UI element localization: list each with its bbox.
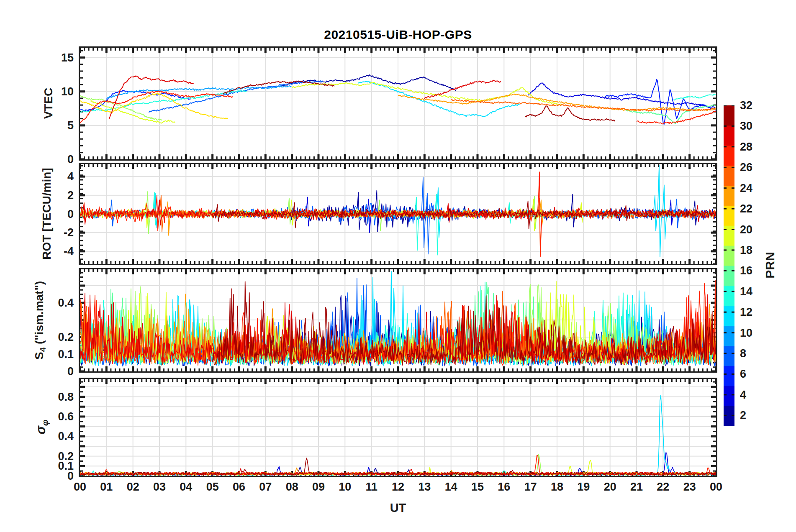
y-tick-label: 0.8: [33, 390, 74, 404]
y-tick-label: 10: [33, 85, 74, 98]
s4-panel: [79, 268, 717, 373]
y-tick-label: -4: [33, 245, 74, 258]
y-tick-label: 0: [33, 365, 74, 378]
colorbar-tick-label: 26: [740, 161, 752, 174]
rot-plot-canvas: [80, 164, 716, 264]
y-tick-label: 0.2: [33, 450, 74, 463]
y-tick-label: 5: [33, 119, 74, 132]
colorbar-tick-label: 8: [740, 347, 746, 360]
x-axis-label: UT: [79, 501, 717, 515]
colorbar-tick-label: 6: [740, 367, 746, 381]
colorbar-tick-label: 16: [740, 264, 752, 277]
y-tick-label: 0: [33, 153, 74, 166]
x-tick-label: 00: [697, 481, 735, 494]
y-tick-label: 4: [33, 170, 74, 183]
colorbar-tick-label: 28: [740, 140, 752, 153]
sigma-phi-panel: [79, 378, 717, 477]
colorbar-tick-label: 18: [740, 243, 752, 257]
colorbar-canvas: [724, 105, 734, 426]
sigma-phi-plot-canvas: [80, 379, 716, 476]
s4-plot-canvas: [80, 269, 716, 371]
y-tick-label: 0.4: [33, 430, 74, 443]
colorbar-tick-label: 22: [740, 202, 752, 215]
colorbar: [724, 105, 734, 426]
colorbar-tick-label: 4: [740, 388, 746, 402]
colorbar-tick-label: 32: [740, 99, 752, 112]
colorbar-tick-label: 24: [740, 182, 752, 195]
vtec-plot-canvas: [80, 48, 716, 159]
y-tick-label: 0: [33, 207, 74, 221]
y-tick-label: 0.1: [33, 348, 74, 361]
figure-root: 20210515-UiB-HOP-GPS VTEC ROT [TECU/min]…: [0, 0, 796, 532]
y-tick-label: 2: [33, 189, 74, 202]
y-tick-label: 0.2: [33, 330, 74, 344]
y-tick-label: 0.6: [33, 410, 74, 423]
y-tick-label: 0.4: [33, 296, 74, 309]
colorbar-tick-label: 20: [740, 223, 752, 236]
y-tick-label: -2: [33, 226, 74, 239]
rot-panel: [79, 163, 717, 265]
y-tick-label: 15: [33, 51, 74, 64]
colorbar-tick-label: 30: [740, 119, 752, 133]
colorbar-tick-label: 10: [740, 326, 752, 340]
colorbar-tick-label: 12: [740, 305, 752, 319]
colorbar-tick-label: 14: [740, 285, 752, 298]
chart-title: 20210515-UiB-HOP-GPS: [79, 28, 717, 42]
colorbar-tick-label: 2: [740, 409, 746, 422]
vtec-panel: [79, 46, 717, 161]
colorbar-title: PRN: [763, 252, 777, 278]
